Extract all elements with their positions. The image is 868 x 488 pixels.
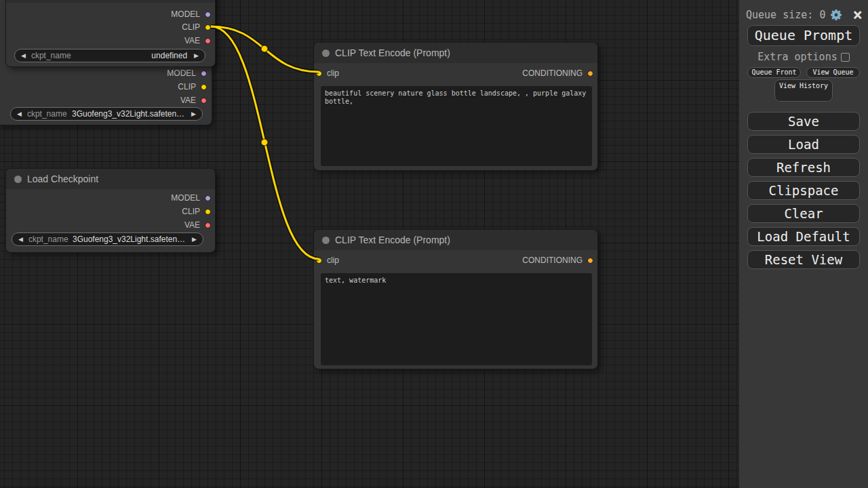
output-label: VAE [184,220,200,230]
conditioning-port-dot[interactable] [587,70,593,77]
widget-value: undefined [151,51,187,60]
widget-label: ckpt_name [31,51,71,60]
output-slot-conditioning[interactable]: CONDITIONING [522,254,595,266]
link-midpoint-dot [261,139,268,146]
close-icon[interactable]: × [853,8,863,22]
settings-gear-icon[interactable] [829,8,843,22]
widget-arrow-right-icon[interactable]: ▶ [192,236,197,243]
menu-buttons: Save Load Refresh Clipspace Clear Load D… [747,112,860,269]
extra-options-checkbox[interactable] [841,53,850,62]
input-slot-clip[interactable]: clip [319,67,339,79]
output-label: CLIP [178,82,196,92]
output-label: CLIP [182,207,200,216]
link-midpoint-dot [261,45,268,52]
node-title-bar[interactable] [6,0,215,3]
output-slot-vae[interactable]: VAE [184,35,213,47]
queue-front-button[interactable]: Queue Front [747,67,801,78]
vae-port-dot[interactable] [205,222,211,228]
clip-port-dot[interactable] [316,70,322,77]
widget-arrow-left-icon[interactable]: ◀ [17,110,22,117]
output-label: CONDITIONING [522,256,583,265]
output-label: VAE [184,36,200,45]
clipspace-button[interactable]: Clipspace [747,181,860,200]
input-label: clip [327,256,339,265]
widget-arrow-left-icon[interactable]: ◀ [21,52,26,59]
node-title: Load Checkpoint [27,174,98,184]
clip-link-2 [211,26,319,259]
collapse-dot-icon[interactable] [322,49,330,57]
view-queue-button[interactable]: View Queue [806,67,860,78]
output-label: CLIP [182,22,200,32]
save-button[interactable]: Save [747,112,860,131]
input-slot-clip[interactable]: clip [319,254,339,266]
comfy-menu: Queue size: 0 × Queue Prompt Extra optio… [739,0,868,488]
node-title-bar[interactable]: Load Checkpoint [6,169,215,189]
extra-options-label: Extra options [757,51,837,63]
widget-label: ckpt_name [28,235,68,244]
clip-port-dot[interactable] [316,258,322,264]
output-slot-vae[interactable]: VAE [184,219,213,231]
output-label: MODEL [171,193,200,203]
widget-arrow-right-icon[interactable]: ▶ [191,110,196,117]
extra-options-row: Extra options [739,52,868,62]
collapse-dot-icon[interactable] [322,237,330,244]
widget-value: 3Guofeng3_v32Light.safeten… [72,109,184,119]
widget-label: ckpt_name [27,109,67,119]
widget-arrow-right-icon[interactable]: ▶ [194,52,199,59]
output-label: MODEL [171,9,200,19]
reset-view-button[interactable]: Reset View [747,250,860,269]
conditioning-port-dot[interactable] [587,258,593,264]
prompt-textarea[interactable]: text, watermark [321,273,592,365]
collapse-dot-icon[interactable] [14,176,22,183]
clear-button[interactable]: Clear [747,204,860,223]
model-port-dot[interactable] [205,12,211,18]
model-port-dot[interactable] [205,195,211,201]
load-button[interactable]: Load [747,135,860,154]
prompt-textarea[interactable]: beautiful scenery nature glass bottle la… [321,86,592,166]
clip-port-dot[interactable] [205,209,211,215]
queue-size-value: 0 [819,9,825,21]
node-title: CLIP Text Encode (Prompt) [335,235,450,245]
ckpt-name-widget[interactable]: ◀ ckpt_name undefined ▶ [14,49,205,62]
node-title-bar[interactable]: CLIP Text Encode (Prompt) [314,230,597,250]
clip-port-dot[interactable] [201,84,207,90]
output-slot-model[interactable]: MODEL [171,8,213,20]
load-default-button[interactable]: Load Default [747,227,860,246]
ckpt-name-widget[interactable]: ◀ ckpt_name 3Guofeng3_v32Light.safeten… … [12,232,203,246]
node-title: CLIP Text Encode (Prompt) [335,47,450,58]
ckpt-name-widget[interactable]: ◀ ckpt_name 3Guofeng3_v32Light.safeten… … [10,107,203,121]
node-title-bar[interactable]: CLIP Text Encode (Prompt) [314,43,597,63]
output-slot-model[interactable]: MODEL [167,67,209,79]
output-slot-clip[interactable]: CLIP [182,205,213,218]
model-port-dot[interactable] [201,70,207,77]
load-checkpoint-node-top[interactable]: MODEL CLIP VAE ◀ ckpt_name undefined ▶ [5,0,216,67]
queue-actions-row: Queue Front View Queue [747,67,860,78]
vae-port-dot[interactable] [205,38,211,44]
clip-link-1 [211,26,319,72]
view-history-button[interactable]: View History [774,79,833,102]
load-checkpoint-node[interactable]: Load Checkpoint MODEL CLIP VAE ◀ ckpt_na… [5,168,216,253]
clip-text-encode-node-1[interactable]: CLIP Text Encode (Prompt) clip CONDITION… [313,42,598,171]
widget-value: 3Guofeng3_v32Light.safeten… [73,235,185,244]
clip-text-encode-node-2[interactable]: CLIP Text Encode (Prompt) clip CONDITION… [313,229,598,369]
output-slot-clip[interactable]: CLIP [178,81,209,93]
node-graph-canvas[interactable]: MODEL CLIP VAE ◀ ckpt_name 3Guofeng3_v32… [0,0,739,488]
output-label: VAE [180,96,196,105]
clip-port-dot[interactable] [205,24,211,30]
vae-port-dot[interactable] [201,98,207,104]
output-slot-conditioning[interactable]: CONDITIONING [522,67,595,79]
output-slot-model[interactable]: MODEL [171,192,213,204]
widget-arrow-left-icon[interactable]: ◀ [18,236,23,243]
output-label: MODEL [167,68,196,78]
queue-size-label: Queue size: 0 [746,9,825,21]
output-label: CONDITIONING [522,68,583,78]
queue-prompt-button[interactable]: Queue Prompt [747,25,860,46]
output-slot-clip[interactable]: CLIP [182,21,213,33]
refresh-button[interactable]: Refresh [747,158,860,177]
output-slot-vae[interactable]: VAE [180,94,209,106]
menu-header: Queue size: 0 × [746,7,863,23]
input-label: clip [327,68,339,78]
